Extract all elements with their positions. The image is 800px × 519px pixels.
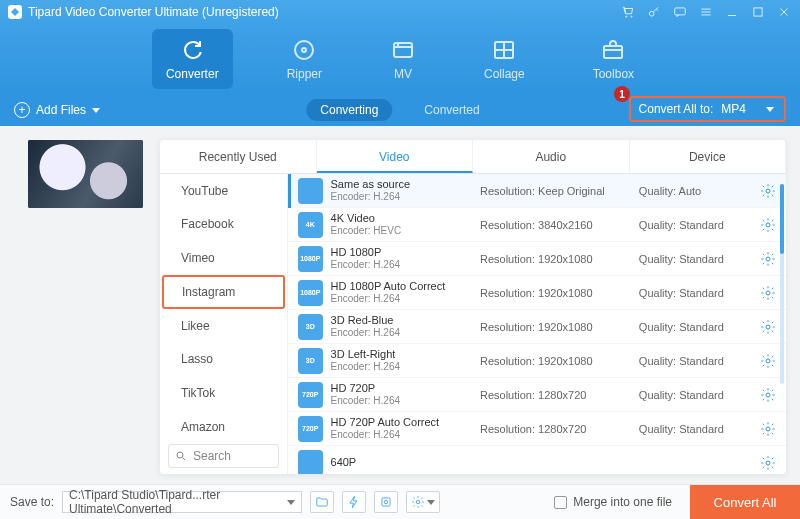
search-input[interactable]: Search bbox=[168, 444, 279, 468]
format-settings-button[interactable] bbox=[760, 353, 776, 369]
format-badge-icon bbox=[298, 450, 323, 475]
sidebar-item-vimeo[interactable]: Vimeo bbox=[160, 241, 287, 275]
pill-converting[interactable]: Converting bbox=[306, 99, 392, 121]
sidebar-item-amazon[interactable]: Amazon bbox=[160, 410, 287, 444]
format-row[interactable]: 640P bbox=[288, 446, 786, 474]
format-quality: Quality: Standard bbox=[639, 219, 752, 231]
convert-all-value: MP4 bbox=[721, 102, 746, 116]
format-badge-icon: 720P bbox=[298, 382, 323, 408]
minimize-icon[interactable] bbox=[724, 4, 740, 20]
tab-label: Ripper bbox=[287, 67, 322, 81]
format-settings-button[interactable] bbox=[760, 285, 776, 301]
settings-dropdown[interactable] bbox=[406, 491, 440, 513]
format-settings-button[interactable] bbox=[760, 183, 776, 199]
format-row[interactable]: 720PHD 720PEncoder: H.264Resolution: 128… bbox=[288, 378, 786, 412]
tab-mv[interactable]: MV bbox=[376, 29, 430, 89]
lightning-button[interactable] bbox=[342, 491, 366, 513]
status-pills: Converting Converted bbox=[306, 99, 493, 121]
format-title: HD 720PEncoder: H.264 bbox=[331, 382, 472, 407]
svg-point-13 bbox=[766, 325, 770, 329]
sidebar-item-youtube[interactable]: YouTube bbox=[160, 174, 287, 208]
save-path-dropdown[interactable]: C:\Tipard Studio\Tipard...rter Ultimate\… bbox=[62, 491, 302, 513]
svg-point-16 bbox=[766, 427, 770, 431]
sidebar-item-tiktok[interactable]: TikTok bbox=[160, 376, 287, 410]
add-files-button[interactable]: + Add Files bbox=[14, 102, 100, 118]
key-icon[interactable] bbox=[646, 4, 662, 20]
scrollbar[interactable] bbox=[780, 184, 784, 384]
add-files-label: Add Files bbox=[36, 103, 86, 117]
format-settings-button[interactable] bbox=[760, 421, 776, 437]
merge-checkbox[interactable]: Merge into one file bbox=[554, 495, 672, 509]
tab-ripper[interactable]: Ripper bbox=[273, 29, 336, 89]
open-folder-button[interactable] bbox=[310, 491, 334, 513]
format-title: 3D Left-RightEncoder: H.264 bbox=[331, 348, 472, 373]
tab-device[interactable]: Device bbox=[630, 140, 787, 173]
format-badge-icon: 720P bbox=[298, 416, 323, 442]
format-settings-button[interactable] bbox=[760, 455, 776, 471]
svg-point-4 bbox=[302, 48, 306, 52]
chevron-down-icon bbox=[92, 108, 100, 113]
video-thumbnail[interactable] bbox=[28, 140, 143, 208]
sidebar-item-label: Instagram bbox=[182, 285, 235, 299]
format-settings-button[interactable] bbox=[760, 217, 776, 233]
close-icon[interactable] bbox=[776, 4, 792, 20]
format-settings-button[interactable] bbox=[760, 319, 776, 335]
tab-recently-used[interactable]: Recently Used bbox=[160, 140, 317, 173]
merge-label: Merge into one file bbox=[573, 495, 672, 509]
collage-icon bbox=[491, 37, 517, 63]
category-tabs: Recently Used Video Audio Device bbox=[160, 140, 786, 174]
convert-all-button[interactable]: Convert All bbox=[690, 485, 800, 520]
search-placeholder: Search bbox=[193, 449, 231, 463]
search-icon bbox=[175, 450, 187, 462]
format-quality: Quality: Auto bbox=[639, 185, 752, 197]
platform-sidebar: YouTube Facebook Vimeo 2 Instagram Likee… bbox=[160, 174, 288, 474]
menu-icon[interactable] bbox=[698, 4, 714, 20]
svg-rect-5 bbox=[394, 43, 412, 57]
sidebar-item-facebook[interactable]: Facebook bbox=[160, 208, 287, 242]
format-quality: Quality: Standard bbox=[639, 253, 752, 265]
format-settings-button[interactable] bbox=[760, 387, 776, 403]
format-quality: Quality: Standard bbox=[639, 287, 752, 299]
tab-toolbox[interactable]: Toolbox bbox=[579, 29, 648, 89]
sidebar-item-instagram[interactable]: 2 Instagram bbox=[162, 275, 285, 309]
format-row[interactable]: 4K4K VideoEncoder: HEVCResolution: 3840x… bbox=[288, 208, 786, 242]
cart-icon[interactable] bbox=[620, 4, 636, 20]
format-row[interactable]: 1080PHD 1080PEncoder: H.264Resolution: 1… bbox=[288, 242, 786, 276]
svg-rect-2 bbox=[754, 8, 762, 16]
format-settings-button[interactable] bbox=[760, 251, 776, 267]
convert-all-dropdown[interactable]: Convert All to: MP4 bbox=[629, 96, 786, 122]
format-title: HD 720P Auto CorrectEncoder: H.264 bbox=[331, 416, 472, 441]
converter-icon bbox=[179, 37, 205, 63]
format-row[interactable]: Same as sourceEncoder: H.264Resolution: … bbox=[288, 174, 786, 208]
main-tabs: Converter Ripper MV Collage Toolbox bbox=[0, 24, 800, 94]
tab-audio[interactable]: Audio bbox=[473, 140, 630, 173]
format-badge-icon: 3D bbox=[298, 314, 323, 340]
format-row[interactable]: 3D3D Red-BlueEncoder: H.264Resolution: 1… bbox=[288, 310, 786, 344]
format-row[interactable]: 1080PHD 1080P Auto CorrectEncoder: H.264… bbox=[288, 276, 786, 310]
maximize-icon[interactable] bbox=[750, 4, 766, 20]
pill-converted[interactable]: Converted bbox=[410, 99, 493, 121]
format-list[interactable]: Same as sourceEncoder: H.264Resolution: … bbox=[288, 174, 786, 474]
tab-label: Collage bbox=[484, 67, 525, 81]
svg-rect-7 bbox=[604, 46, 622, 58]
tab-video[interactable]: Video bbox=[317, 140, 474, 173]
format-title: 640P bbox=[331, 456, 472, 469]
format-resolution: Resolution: 1280x720 bbox=[480, 423, 631, 435]
format-quality: Quality: Standard bbox=[639, 355, 752, 367]
annotation-1: 1 bbox=[614, 86, 630, 102]
format-row[interactable]: 3D3D Left-RightEncoder: H.264Resolution:… bbox=[288, 344, 786, 378]
gpu-button[interactable] bbox=[374, 491, 398, 513]
format-title: Same as sourceEncoder: H.264 bbox=[331, 178, 472, 203]
panel-body: YouTube Facebook Vimeo 2 Instagram Likee… bbox=[160, 174, 786, 474]
format-title: HD 1080P Auto CorrectEncoder: H.264 bbox=[331, 280, 472, 305]
svg-rect-18 bbox=[382, 498, 390, 506]
format-badge-icon: 1080P bbox=[298, 280, 323, 306]
svg-point-17 bbox=[766, 461, 770, 465]
bottom-bar: Save to: C:\Tipard Studio\Tipard...rter … bbox=[0, 484, 800, 519]
tab-collage[interactable]: Collage bbox=[470, 29, 539, 89]
format-row[interactable]: 720PHD 720P Auto CorrectEncoder: H.264Re… bbox=[288, 412, 786, 446]
sidebar-item-lasso[interactable]: Lasso bbox=[160, 343, 287, 377]
feedback-icon[interactable] bbox=[672, 4, 688, 20]
tab-converter[interactable]: Converter bbox=[152, 29, 233, 89]
sidebar-item-likee[interactable]: Likee bbox=[160, 309, 287, 343]
